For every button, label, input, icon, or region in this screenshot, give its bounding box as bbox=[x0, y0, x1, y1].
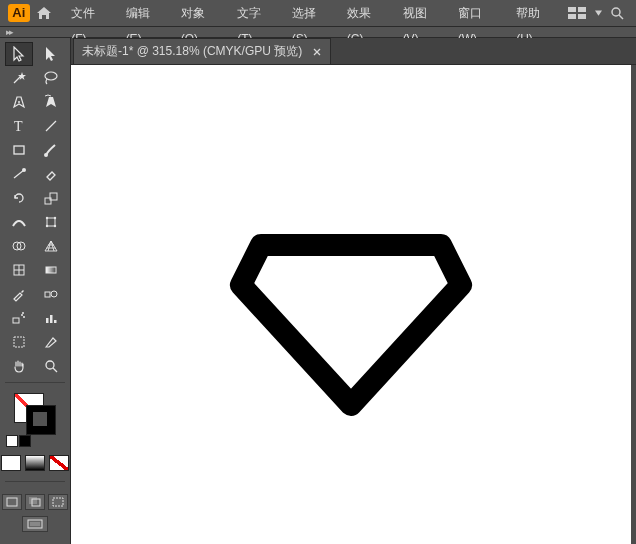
svg-line-6 bbox=[14, 75, 22, 83]
color-mode-none[interactable] bbox=[49, 455, 69, 471]
svg-point-20 bbox=[54, 225, 56, 227]
svg-rect-43 bbox=[28, 520, 42, 528]
scale-tool[interactable] bbox=[37, 186, 65, 210]
svg-line-38 bbox=[53, 368, 57, 372]
svg-point-28 bbox=[51, 291, 57, 297]
svg-rect-29 bbox=[13, 318, 19, 323]
chevron-down-icon[interactable] bbox=[595, 10, 602, 17]
svg-rect-34 bbox=[50, 315, 53, 323]
document-area: 未标题-1* @ 315.18% (CMYK/GPU 预览) bbox=[71, 38, 636, 544]
svg-rect-23 bbox=[14, 265, 24, 275]
close-icon[interactable] bbox=[312, 47, 322, 57]
document-tab[interactable]: 未标题-1* @ 315.18% (CMYK/GPU 预览) bbox=[73, 38, 331, 64]
document-tab-strip: 未标题-1* @ 315.18% (CMYK/GPU 预览) bbox=[71, 38, 636, 65]
eyedropper-tool[interactable] bbox=[5, 282, 33, 306]
draw-normal-icon[interactable] bbox=[2, 494, 22, 510]
svg-rect-39 bbox=[7, 498, 17, 506]
svg-point-8 bbox=[18, 101, 20, 103]
draw-inside-icon[interactable] bbox=[48, 494, 68, 510]
chevron-right-double-icon: ▸▸ bbox=[6, 27, 12, 37]
toolbar-expand-handle[interactable]: ▸▸ bbox=[0, 27, 636, 38]
screen-mode-icon[interactable] bbox=[22, 516, 48, 532]
svg-point-7 bbox=[45, 72, 57, 80]
menu-view[interactable]: 视图(V) bbox=[395, 0, 450, 26]
shaper-tool[interactable] bbox=[5, 162, 33, 186]
svg-point-13 bbox=[22, 168, 26, 172]
default-fill-stroke-icon[interactable] bbox=[6, 435, 18, 447]
menu-help[interactable]: 帮助(H) bbox=[508, 0, 564, 26]
search-icon[interactable] bbox=[608, 4, 626, 22]
symbol-sprayer-tool[interactable] bbox=[5, 306, 33, 330]
selection-tool[interactable] bbox=[5, 42, 33, 66]
menu-file[interactable]: 文件(F) bbox=[63, 0, 117, 26]
svg-point-22 bbox=[17, 242, 25, 250]
column-graph-tool[interactable] bbox=[37, 306, 65, 330]
curvature-tool[interactable] bbox=[37, 90, 65, 114]
svg-line-10 bbox=[46, 121, 56, 131]
svg-point-18 bbox=[54, 217, 56, 219]
line-segment-tool[interactable] bbox=[37, 114, 65, 138]
stroke-swatch[interactable] bbox=[26, 405, 56, 435]
rectangle-tool[interactable] bbox=[5, 138, 33, 162]
svg-rect-1 bbox=[578, 7, 586, 12]
svg-point-12 bbox=[44, 153, 48, 157]
draw-behind-icon[interactable] bbox=[25, 494, 45, 510]
svg-rect-11 bbox=[14, 146, 24, 154]
svg-rect-36 bbox=[14, 337, 24, 347]
menu-select[interactable]: 选择(S) bbox=[284, 0, 339, 26]
svg-rect-26 bbox=[46, 267, 56, 273]
svg-point-4 bbox=[612, 8, 620, 16]
svg-point-37 bbox=[46, 361, 54, 369]
svg-line-46 bbox=[314, 49, 320, 55]
hand-tool[interactable] bbox=[5, 354, 33, 378]
slice-tool[interactable] bbox=[37, 330, 65, 354]
perspective-grid-tool[interactable] bbox=[37, 234, 65, 258]
type-tool[interactable]: T bbox=[5, 114, 33, 138]
menu-bar: Ai 文件(F) 编辑(E) 对象(O) 文字(T) 选择(S) 效果(C) 视… bbox=[0, 0, 636, 27]
canvas-viewport[interactable] bbox=[71, 65, 636, 544]
svg-rect-15 bbox=[50, 193, 57, 200]
shape-builder-tool[interactable] bbox=[5, 234, 33, 258]
app-logo: Ai bbox=[8, 4, 30, 22]
svg-rect-33 bbox=[46, 318, 49, 323]
svg-point-17 bbox=[46, 217, 48, 219]
menu-window[interactable]: 窗口(W) bbox=[450, 0, 508, 26]
document-tab-title: 未标题-1* @ 315.18% (CMYK/GPU 预览) bbox=[82, 43, 302, 60]
color-mode-row bbox=[0, 455, 71, 471]
color-mode-solid[interactable] bbox=[1, 455, 21, 471]
width-tool[interactable] bbox=[5, 210, 33, 234]
paintbrush-tool[interactable] bbox=[37, 138, 65, 162]
color-mode-gradient[interactable] bbox=[25, 455, 45, 471]
mesh-tool[interactable] bbox=[5, 258, 33, 282]
home-icon[interactable] bbox=[36, 4, 54, 22]
svg-rect-44 bbox=[30, 522, 40, 526]
magic-wand-tool[interactable] bbox=[5, 66, 33, 90]
menu-object[interactable]: 对象(O) bbox=[173, 0, 229, 26]
fill-stroke-selector[interactable] bbox=[14, 393, 56, 435]
direct-selection-tool[interactable] bbox=[37, 42, 65, 66]
zoom-tool[interactable] bbox=[37, 354, 65, 378]
svg-rect-0 bbox=[568, 7, 576, 12]
menu-edit[interactable]: 编辑(E) bbox=[118, 0, 173, 26]
artboard bbox=[71, 65, 631, 544]
svg-rect-14 bbox=[45, 198, 51, 204]
svg-rect-41 bbox=[32, 499, 40, 506]
svg-rect-3 bbox=[578, 14, 586, 19]
free-transform-tool[interactable] bbox=[37, 210, 65, 234]
gradient-tool[interactable] bbox=[37, 258, 65, 282]
svg-line-5 bbox=[619, 15, 623, 19]
menu-effect[interactable]: 效果(C) bbox=[339, 0, 395, 26]
svg-text:T: T bbox=[14, 119, 23, 134]
artboard-tool[interactable] bbox=[5, 330, 33, 354]
blend-tool[interactable] bbox=[37, 282, 65, 306]
diamond-shape bbox=[221, 190, 481, 420]
rotate-tool[interactable] bbox=[5, 186, 33, 210]
menu-type[interactable]: 文字(T) bbox=[229, 0, 283, 26]
pen-tool[interactable] bbox=[5, 90, 33, 114]
svg-point-30 bbox=[21, 314, 23, 316]
svg-rect-2 bbox=[568, 14, 576, 19]
eraser-tool[interactable] bbox=[37, 162, 65, 186]
arrange-documents-icon[interactable] bbox=[564, 4, 589, 22]
lasso-tool[interactable] bbox=[37, 66, 65, 90]
swap-fill-stroke-icon[interactable] bbox=[19, 435, 31, 447]
